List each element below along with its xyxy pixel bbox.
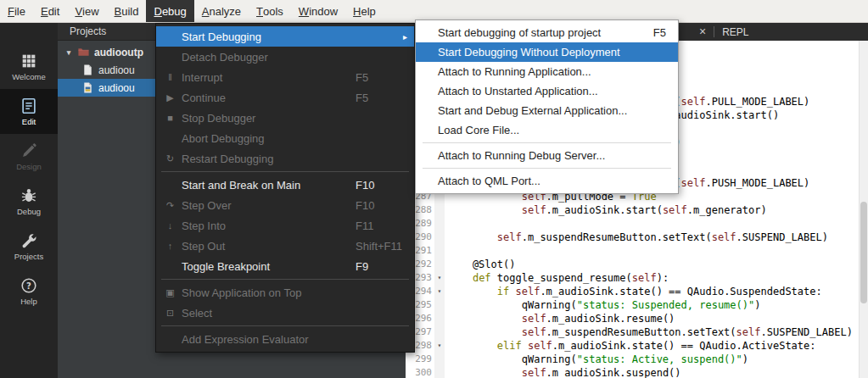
fold-margin bbox=[434, 217, 445, 231]
submenu-item-attach-to-running-debug-server[interactable]: Attach to Running Debug Server... bbox=[416, 146, 678, 165]
submenu-item-attach-to-unstarted-application[interactable]: Attach to Unstarted Application... bbox=[416, 81, 678, 101]
menu-separator bbox=[161, 325, 409, 326]
code-line: 293▾ def toggle_suspend_resume(self): bbox=[406, 271, 859, 285]
mode-label: Edit bbox=[22, 117, 36, 126]
code-text: qWarning("status: Active, suspend()") bbox=[445, 353, 748, 366]
svg-text:?: ? bbox=[26, 281, 31, 291]
fold-marker-icon[interactable]: ▾ bbox=[434, 285, 445, 298]
menu-separator bbox=[161, 279, 409, 280]
menu-item-shortcut: Shift+F11 bbox=[356, 240, 402, 253]
fold-margin bbox=[434, 244, 445, 258]
mode-label: Help bbox=[20, 297, 37, 306]
debug-bug-icon bbox=[20, 186, 38, 205]
code-line: 298▾ elif self.m_audioSink.state() == QA… bbox=[406, 339, 859, 353]
menu-item-shortcut: F5 bbox=[356, 92, 368, 104]
fold-margin bbox=[434, 231, 445, 244]
step-into-icon: ↓ bbox=[163, 220, 177, 231]
menubar-item-file[interactable]: File bbox=[0, 0, 33, 22]
menu-item-shortcut: F10 bbox=[356, 199, 374, 212]
code-line: 296 self.m_audioSink.resume() bbox=[406, 312, 859, 325]
menu-item-shortcut: F5 bbox=[356, 71, 368, 84]
mode-label: Welcome bbox=[12, 72, 45, 81]
line-number[interactable]: 299 bbox=[406, 353, 434, 366]
mode-welcome[interactable]: Welcome bbox=[0, 44, 58, 89]
help-question-icon: ? bbox=[20, 276, 38, 295]
code-line: 295 qWarning("status: Suspended, resume(… bbox=[406, 298, 859, 312]
close-document-icon[interactable]: × bbox=[699, 23, 706, 41]
menu-item-label: Stop Debugger bbox=[182, 112, 255, 125]
select-icon: ⊡ bbox=[163, 308, 177, 319]
menu-item-toggle-breakpoint[interactable]: Toggle BreakpointF9 bbox=[156, 256, 414, 276]
menu-item-label: Toggle Breakpoint bbox=[182, 260, 270, 273]
menubar-item-edit[interactable]: Edit bbox=[33, 0, 67, 22]
submenu-item-load-core-file[interactable]: Load Core File... bbox=[416, 120, 678, 140]
menubar-item-help[interactable]: Help bbox=[345, 0, 384, 22]
mode-debug[interactable]: Debug bbox=[0, 179, 58, 224]
debug-menu: Start Debugging▸Detach Debugger‖Interrup… bbox=[155, 23, 415, 353]
tree-item-label: audioou bbox=[98, 64, 135, 76]
menubar-item-analyze[interactable]: Analyze bbox=[194, 0, 249, 22]
menubar-item-debug[interactable]: Debug bbox=[146, 0, 193, 22]
menubar-item-window[interactable]: Window bbox=[291, 0, 345, 22]
menu-item-label: Abort Debugging bbox=[182, 132, 265, 145]
menu-item-label: Step Out bbox=[182, 240, 225, 253]
submenu-item-attach-to-running-application[interactable]: Attach to Running Application... bbox=[416, 62, 678, 81]
expander-icon[interactable]: ▾ bbox=[64, 48, 73, 57]
line-number[interactable]: 300 bbox=[406, 366, 434, 378]
submenu-item-attach-to-qml-port[interactable]: Attach to QML Port... bbox=[416, 171, 678, 191]
file-icon bbox=[81, 64, 94, 76]
menu-item-label: Continue bbox=[182, 92, 226, 104]
menu-item-label: Detach Debugger bbox=[182, 51, 268, 64]
menu-separator bbox=[423, 168, 671, 169]
submenu-item-label: Start Debugging Without Deployment bbox=[438, 46, 620, 58]
interrupt-icon: ‖ bbox=[163, 72, 177, 82]
menu-item-shortcut: F10 bbox=[356, 179, 374, 192]
menu-item-start-debugging[interactable]: Start Debugging▸ bbox=[156, 26, 414, 47]
submenu-item-start-and-debug-external-application[interactable]: Start and Debug External Application... bbox=[416, 101, 678, 120]
tree-item-label: audiooutp bbox=[94, 47, 143, 58]
menubar-item-build[interactable]: Build bbox=[107, 0, 147, 22]
submenu-item-label: Attach to Unstarted Application... bbox=[438, 85, 598, 97]
menu-item-shortcut: F9 bbox=[356, 260, 368, 273]
mode-edit[interactable]: Edit bbox=[0, 89, 58, 134]
repl-tab[interactable]: REPL bbox=[722, 26, 748, 38]
menu-item-add-expression-evaluator: Add Expression Evaluator bbox=[156, 329, 414, 349]
fold-marker-icon[interactable]: ▾ bbox=[434, 271, 445, 285]
code-text: if self.m_audioSink.state() == QAudio.Su… bbox=[445, 285, 822, 298]
submenu-item-label: Attach to QML Port... bbox=[438, 175, 540, 187]
code-line: 294▾ if self.m_audioSink.state() == QAud… bbox=[406, 285, 859, 298]
editor-scrollbar[interactable] bbox=[859, 41, 868, 378]
submenu-item-start-debugging-without-deployment[interactable]: Start Debugging Without Deployment bbox=[416, 42, 678, 62]
menu-separator bbox=[423, 142, 671, 143]
projects-wrench-icon bbox=[20, 231, 38, 250]
mode-projects[interactable]: Projects bbox=[0, 224, 58, 269]
menu-item-label: Start Debugging bbox=[182, 31, 261, 43]
qt-creator-window: FileEditViewBuildDebugAnalyzeToolsWindow… bbox=[0, 0, 868, 378]
projects-panel-title: Projects bbox=[70, 25, 106, 37]
python-file-icon bbox=[81, 81, 94, 94]
menubar-item-view[interactable]: View bbox=[67, 0, 106, 22]
submenu-item-shortcut: F5 bbox=[653, 26, 666, 39]
menu-item-label: Step Over bbox=[182, 199, 232, 212]
mode-help[interactable]: ?Help bbox=[0, 269, 58, 314]
scrollbar-thumb[interactable] bbox=[860, 202, 867, 303]
fold-margin bbox=[434, 312, 445, 325]
mode-label: Debug bbox=[17, 207, 41, 216]
menu-item-start-and-break-on-main[interactable]: Start and Break on MainF10 bbox=[156, 175, 414, 195]
fold-marker-icon[interactable]: ▾ bbox=[434, 339, 445, 353]
code-line: 297 self.m_suspendResumeButton.setText(s… bbox=[406, 325, 859, 339]
menu-item-stop-debugger: ■Stop Debugger bbox=[156, 108, 414, 128]
code-text bbox=[445, 217, 448, 231]
code-line: 289 bbox=[406, 217, 859, 231]
submenu-item-start-debugging-of-startup-project[interactable]: Start debugging of startup projectF5 bbox=[416, 23, 678, 42]
fold-margin bbox=[434, 353, 445, 366]
menu-item-detach-debugger: Detach Debugger bbox=[156, 47, 414, 67]
stop-icon: ■ bbox=[163, 113, 177, 123]
menu-item-show-application-on-top: ▣Show Application on Top bbox=[156, 282, 414, 303]
menu-separator bbox=[161, 171, 409, 172]
menu-item-abort-debugging: Abort Debugging bbox=[156, 128, 414, 148]
mode-label: Projects bbox=[14, 252, 43, 261]
app-on-top-icon: ▣ bbox=[163, 287, 177, 298]
menubar-item-tools[interactable]: Tools bbox=[249, 0, 291, 22]
menu-item-interrupt: ‖InterruptF5 bbox=[156, 67, 414, 87]
